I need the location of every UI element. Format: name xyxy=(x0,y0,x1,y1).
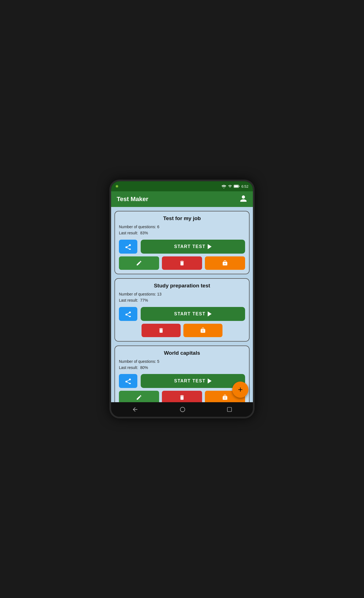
test-card-3-num-questions-label: Number of questions: xyxy=(119,359,156,364)
status-right: 6:52 xyxy=(221,184,248,189)
play-arrow-icon-3 xyxy=(208,378,212,383)
test-card-3-last-result: 80% xyxy=(140,365,148,370)
test-card-3-start-button[interactable]: START TEST xyxy=(141,374,245,388)
test-card-1-start-button[interactable]: START TEST xyxy=(141,240,245,254)
test-card-2-lock-button[interactable] xyxy=(183,324,222,337)
test-card-3-title: World capitals xyxy=(119,350,245,356)
test-card-2-last-result: 77% xyxy=(140,298,148,302)
test-card-1-actions-row xyxy=(119,256,245,270)
test-card-2-share-button[interactable] xyxy=(119,307,137,321)
add-test-fab-button[interactable]: + xyxy=(232,382,248,398)
signal-dot-icon xyxy=(116,185,118,188)
svg-rect-1 xyxy=(239,186,239,187)
test-card-2-main-row: START TEST xyxy=(119,307,245,321)
svg-rect-4 xyxy=(228,408,232,412)
home-button[interactable] xyxy=(179,406,186,413)
test-card-2: Study preparation test Number of questio… xyxy=(114,278,250,342)
test-card-2-last-result-label: Last result: xyxy=(119,298,138,302)
test-card-1-title: Test for my job xyxy=(119,215,245,221)
device-frame: 6:52 Test Maker Test for my job Number o… xyxy=(109,180,255,418)
test-card-3-share-button[interactable] xyxy=(119,374,137,388)
play-arrow-icon xyxy=(208,244,212,249)
app-bar: Test Maker xyxy=(111,191,253,207)
test-card-1: Test for my job Number of questions: 6 L… xyxy=(114,211,250,274)
test-card-2-delete-button[interactable] xyxy=(142,324,181,337)
test-card-3-actions-row xyxy=(119,391,245,402)
test-card-2-start-label: START TEST xyxy=(174,311,205,316)
test-card-3-main-row: START TEST xyxy=(119,374,245,388)
app-title: Test Maker xyxy=(117,196,148,203)
test-card-1-lock-button[interactable] xyxy=(205,256,245,270)
test-card-1-last-result-label: Last result: xyxy=(119,231,138,235)
nav-bar xyxy=(111,402,253,417)
test-card-2-num-questions: 13 xyxy=(157,292,162,296)
user-icon[interactable] xyxy=(240,195,247,204)
test-card-1-last-result: 83% xyxy=(140,231,148,235)
test-card-1-start-label: START TEST xyxy=(174,244,205,249)
test-card-1-delete-button[interactable] xyxy=(162,256,202,270)
test-card-2-meta: Number of questions: 13 Last result: 77% xyxy=(119,291,245,304)
test-card-1-main-row: START TEST xyxy=(119,240,245,254)
svg-rect-2 xyxy=(234,185,238,187)
test-card-3-delete-button[interactable] xyxy=(162,391,202,402)
back-button[interactable] xyxy=(132,406,138,413)
status-left xyxy=(116,185,118,188)
test-card-3: World capitals Number of questions: 5 La… xyxy=(114,346,250,402)
signal-icon xyxy=(228,184,232,188)
test-card-2-title: Study preparation test xyxy=(119,283,245,289)
test-card-2-actions-row xyxy=(119,324,245,337)
svg-point-3 xyxy=(180,407,185,412)
time-display: 6:52 xyxy=(241,184,248,189)
test-card-1-share-button[interactable] xyxy=(119,240,137,254)
test-card-1-num-questions: 6 xyxy=(157,225,159,229)
test-card-2-num-questions-label: Number of questions: xyxy=(119,292,156,296)
test-card-3-start-label: START TEST xyxy=(174,378,205,383)
status-bar: 6:52 xyxy=(111,181,253,191)
test-card-3-edit-button[interactable] xyxy=(119,391,159,402)
test-card-3-last-result-label: Last result: xyxy=(119,365,138,370)
test-card-3-meta: Number of questions: 5 Last result: 80% xyxy=(119,358,245,371)
test-card-1-edit-button[interactable] xyxy=(119,256,159,270)
recents-button[interactable] xyxy=(227,407,232,412)
test-card-1-meta: Number of questions: 6 Last result: 83% xyxy=(119,224,245,236)
play-arrow-icon-2 xyxy=(208,311,212,316)
test-card-2-start-button[interactable]: START TEST xyxy=(141,307,245,321)
test-card-1-num-questions-label: Number of questions: xyxy=(119,225,156,229)
wifi-icon xyxy=(221,184,226,188)
battery-icon xyxy=(234,184,240,188)
main-content: Test for my job Number of questions: 6 L… xyxy=(111,207,253,402)
test-card-3-num-questions: 5 xyxy=(157,359,159,364)
